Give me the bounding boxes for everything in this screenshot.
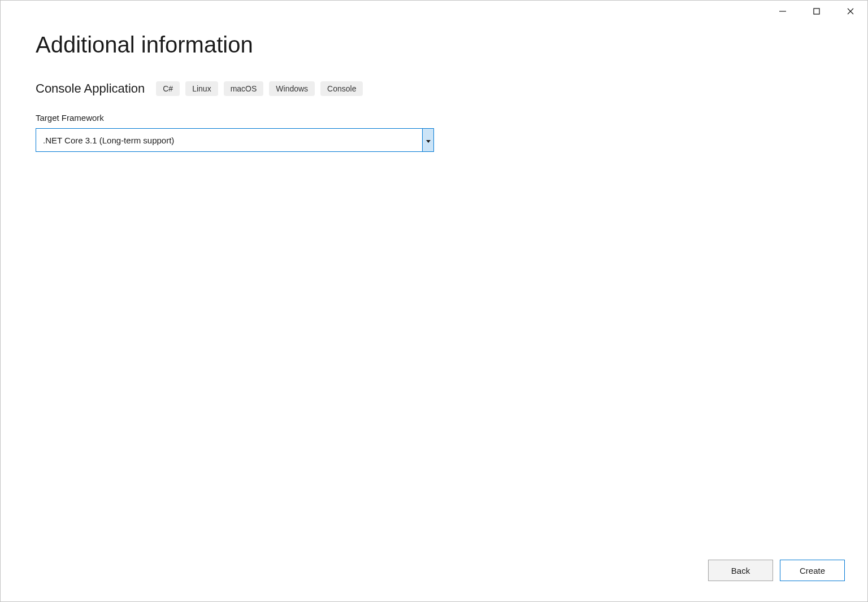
close-icon bbox=[847, 7, 854, 17]
main-content: Additional information Console Applicati… bbox=[1, 1, 867, 152]
tag-windows: Windows bbox=[269, 81, 315, 96]
dropdown-arrow bbox=[422, 129, 433, 151]
tag-csharp: C# bbox=[156, 81, 180, 96]
tag-linux: Linux bbox=[185, 81, 218, 96]
project-type-label: Console Application bbox=[36, 81, 145, 96]
back-button[interactable]: Back bbox=[708, 560, 773, 581]
create-button[interactable]: Create bbox=[780, 560, 845, 581]
svg-marker-4 bbox=[426, 140, 431, 143]
project-tags: C# Linux macOS Windows Console bbox=[156, 81, 363, 96]
target-framework-label: Target Framework bbox=[36, 113, 832, 123]
page-title: Additional information bbox=[36, 32, 832, 58]
svg-rect-1 bbox=[814, 8, 819, 14]
target-framework-dropdown[interactable]: .NET Core 3.1 (Long-term support) bbox=[36, 128, 434, 152]
minimize-button[interactable] bbox=[766, 1, 800, 23]
close-button[interactable] bbox=[834, 1, 867, 23]
maximize-button[interactable] bbox=[800, 1, 834, 23]
minimize-icon bbox=[779, 7, 787, 17]
project-type-row: Console Application C# Linux macOS Windo… bbox=[36, 81, 832, 96]
tag-macos: macOS bbox=[224, 81, 264, 96]
target-framework-selected: .NET Core 3.1 (Long-term support) bbox=[36, 129, 422, 151]
chevron-down-icon bbox=[426, 135, 431, 145]
maximize-icon bbox=[813, 7, 821, 17]
footer-buttons: Back Create bbox=[708, 560, 845, 581]
window-titlebar bbox=[766, 1, 867, 23]
tag-console: Console bbox=[320, 81, 363, 96]
